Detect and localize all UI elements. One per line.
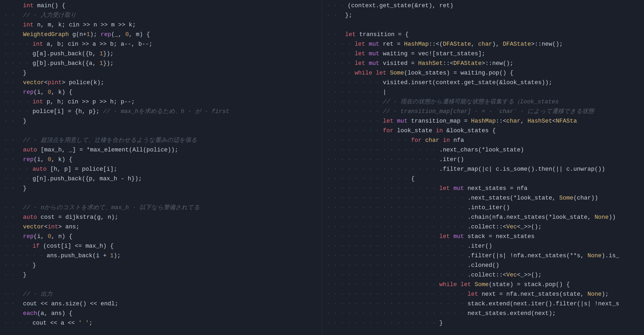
- code-line: · · }: [0, 270, 322, 280]
- code-line: · · · · · · · · · · · · · · · · · · · · …: [322, 203, 644, 213]
- code-line: · · · · · · · · · · · · · · · · }: [322, 318, 644, 328]
- code-line: · · · · · · · · · · · · · · · · · · · · …: [322, 213, 644, 222]
- code-line: · · · · · · · · · · · · {: [322, 174, 644, 184]
- code-line: · · vector<pint> police(k);: [0, 78, 322, 88]
- code-line: · · let transition = {: [322, 30, 644, 40]
- code-line: · · · · while let Some(look_states) = wa…: [322, 68, 644, 78]
- code-line: · · // · nからのコストを求めて、max_h · 以下なら警備されてる: [0, 203, 322, 213]
- code-line: · · · · auto [h, p] = police[i];: [0, 165, 322, 174]
- code-line: · · }: [0, 68, 322, 78]
- code-line: · · · · if (cost[i] <= max_h) {: [0, 241, 322, 251]
- code-line: · · // · 入力受け取り: [0, 11, 322, 20]
- code-line: · · }: [0, 184, 322, 193]
- code-line: · · · · }: [0, 261, 322, 270]
- editor-container: int main() { · · // · 入力受け取り · · int n, …: [0, 0, 644, 335]
- code-line: · · · · int p, h; cin >> p >> h; p--;: [0, 97, 322, 107]
- code-line: int main() {: [0, 1, 322, 11]
- code-line: · · auto cost = dijkstra(g, n);: [0, 213, 322, 222]
- code-line: · · · · · · · · · · · · · · · · let mut …: [322, 232, 644, 241]
- code-line: · · · · · · · · · · · · · · · · · · · · …: [322, 309, 644, 318]
- code-line: · · // · 超頂点を用意して、辻褄を合わせるような重みの辺を張る: [0, 136, 322, 145]
- code-line: [0, 280, 322, 290]
- code-line: · · · · · · · · · · · · · · · · · · · · …: [322, 251, 644, 261]
- code-line: · · · · · · · · for look_state in &look_…: [322, 126, 644, 136]
- code-line: · · · · · · · · · · · · · · · · while le…: [322, 280, 644, 290]
- code-line: · · · · · · · · // · transition_map[char…: [322, 107, 644, 116]
- code-line: · · · · · · · · · · · · · · · · .iter(): [322, 155, 644, 165]
- code-line: · · rep(i, 0, k) {: [0, 155, 322, 165]
- code-line: · · · · · · · · · · · · · · · · .next_ch…: [322, 145, 644, 155]
- code-line: · · · · police[i] = {h, p}; // · max_hを求…: [0, 107, 322, 116]
- code-line: · · cout << ans.size() << endl;: [0, 299, 322, 309]
- right-pane: · · · (context.get_state(&ret), ret) · ·…: [322, 0, 644, 335]
- code-line: · · · · · · · · · · · · · · · · let mut …: [322, 184, 644, 193]
- code-line: · · WeightedGraph g(n+1); rep(_, 0, m) {: [0, 30, 322, 40]
- code-line: · · auto [max_h, _] = *max_element(All(p…: [0, 145, 322, 155]
- code-line: · · // · 出力: [0, 290, 322, 299]
- code-line: · · · · g[b].push_back({a, 1});: [0, 59, 322, 68]
- code-line: · · · · · · · · · · · · · · · · · · · · …: [322, 222, 644, 232]
- code-line: [322, 20, 644, 30]
- code-line: · · · · · · · · · · · · · · · · · · · · …: [322, 193, 644, 203]
- code-line: · · · · · · · · · · · · · · · · · · · · …: [322, 270, 644, 280]
- code-line: · · · · · · ans.push_back(i + 1);: [0, 251, 322, 261]
- code-line: · · · · g[a].push_back({b, 1});: [0, 49, 322, 59]
- code-line: · · · · · · · · · · · · · · · · · · · · …: [322, 261, 644, 270]
- code-line: · · · · let mut waiting = vec![start_sta…: [322, 49, 644, 59]
- code-line: · · int n, m, k; cin >> n >> m >> k;: [0, 20, 322, 30]
- code-line: · · · · let mut ret = HashMap::<(DFAStat…: [322, 40, 644, 49]
- code-line: · · each(a, ans) {: [0, 309, 322, 318]
- code-line: · · · · · · · · // · 現在の状態から遷移可能な状態を収集する…: [322, 97, 644, 107]
- code-line: [0, 126, 322, 136]
- code-line: · · · · · · · · · · · · · · · · · · · · …: [322, 241, 644, 251]
- code-line: · · · (context.get_state(&ret), ret): [322, 1, 644, 11]
- left-pane: int main() { · · // · 入力受け取り · · int n, …: [0, 0, 322, 335]
- code-line: · · · · · · · · · · · · for char in nfa: [322, 136, 644, 145]
- code-line: · · · · cout << a << ' ';: [0, 318, 322, 328]
- code-line: · · vector<int> ans;: [0, 222, 322, 232]
- code-line: · · rep(i, 0, n) {: [0, 232, 322, 241]
- code-line: · · · · · · · · · · · · · · · · .filter_…: [322, 165, 644, 174]
- code-line: · · · · · · · · |: [322, 88, 644, 97]
- code-line: · · · · let mut visited = HashSet::<DFAS…: [322, 59, 644, 68]
- code-line: [0, 193, 322, 203]
- code-line: · · rep(i, 0, k) {: [0, 88, 322, 97]
- code-line: · · · · · · · · · · · · · · · · · · · · …: [322, 299, 644, 309]
- code-line: · · · · int a, b; cin >> a >> b; a--, b-…: [0, 40, 322, 49]
- code-line: · · · · · · · · · · · · · · · · · · · · …: [322, 290, 644, 299]
- code-line: · · · · g[n].push_back({p, max_h - h});: [0, 174, 322, 184]
- code-line: · · }: [0, 116, 322, 126]
- code-line: · · };: [322, 11, 644, 20]
- code-line: · · · · · · · · let mut transition_map =…: [322, 116, 644, 126]
- code-line: · · · · · · · · visited.insert(context.g…: [322, 78, 644, 88]
